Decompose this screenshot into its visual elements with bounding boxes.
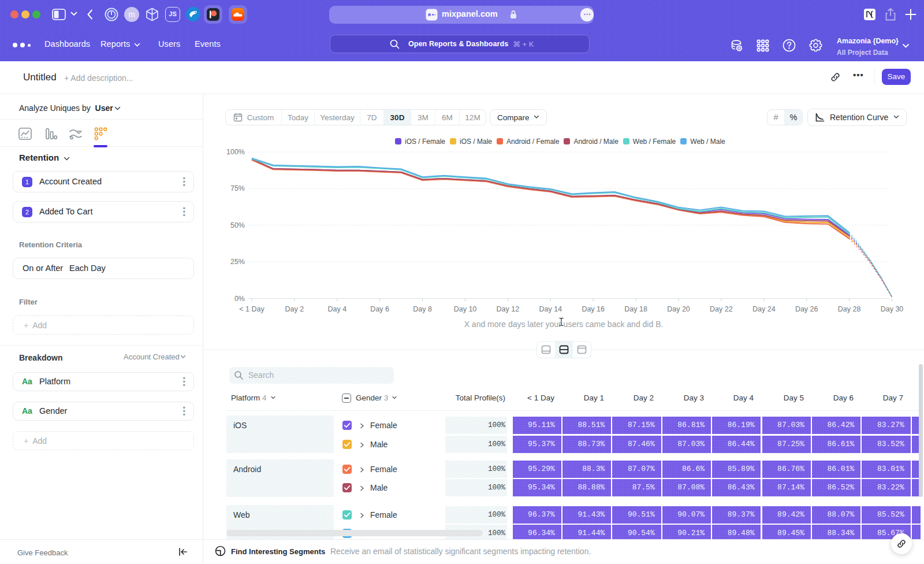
svg-text:Day 22: Day 22	[710, 305, 733, 313]
svg-text:Day 30: Day 30	[881, 305, 904, 313]
svg-text:0%: 0%	[234, 295, 245, 303]
svg-text:Day 4: Day 4	[327, 305, 346, 313]
svg-text:Day 14: Day 14	[539, 305, 562, 313]
svg-text:Day 24: Day 24	[752, 305, 776, 313]
svg-text:Day 28: Day 28	[838, 305, 861, 313]
svg-text:50%: 50%	[230, 221, 245, 229]
svg-text:100%: 100%	[226, 148, 245, 156]
svg-text:Day 10: Day 10	[454, 305, 477, 313]
svg-text:25%: 25%	[230, 258, 245, 266]
svg-text:Day 8: Day 8	[413, 305, 432, 313]
svg-text:< 1 Day: < 1 Day	[239, 305, 264, 313]
svg-text:Day 16: Day 16	[582, 305, 605, 313]
svg-text:Day 18: Day 18	[624, 305, 647, 313]
svg-text:75%: 75%	[230, 184, 245, 192]
svg-text:Day 12: Day 12	[497, 305, 520, 313]
svg-text:Day 26: Day 26	[795, 305, 818, 313]
svg-text:Day 2: Day 2	[285, 305, 304, 313]
svg-text:Day 6: Day 6	[370, 305, 389, 313]
svg-text:Day 20: Day 20	[667, 305, 690, 313]
